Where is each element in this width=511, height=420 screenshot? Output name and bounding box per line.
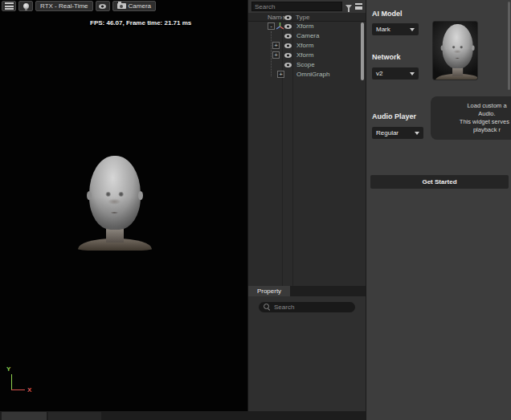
axis-x-label: X xyxy=(27,386,31,393)
lightbulb-icon xyxy=(23,3,29,9)
visibility-eye-icon[interactable] xyxy=(284,53,292,58)
info-tooltip: Load custom a Audio. This widget serves … xyxy=(431,96,511,140)
table-row[interactable]: Scope xyxy=(248,60,361,70)
fps-counter: FPS: 46.07, Frame time: 21.71 ms xyxy=(90,19,191,27)
ai-model-value: Mark xyxy=(376,26,390,33)
table-row[interactable]: - Xform xyxy=(248,22,361,31)
bottom-tab-2[interactable] xyxy=(48,412,101,420)
network-label: Network xyxy=(372,53,401,61)
expand-icon[interactable]: + xyxy=(277,71,284,78)
property-panel xyxy=(248,296,366,411)
model-head xyxy=(89,156,141,230)
visibility-button[interactable] xyxy=(96,1,110,11)
visibility-eye-icon[interactable] xyxy=(284,34,292,39)
filter-icon[interactable] xyxy=(345,5,352,9)
visibility-eye-icon[interactable] xyxy=(284,43,292,48)
visibility-eye-icon[interactable] xyxy=(284,24,292,29)
stage-options-icon[interactable] xyxy=(355,3,362,10)
ai-model-label: AI Model xyxy=(372,10,403,18)
chevron-down-icon xyxy=(410,72,415,75)
eye-icon xyxy=(99,4,106,9)
audio2face-panel: AI Model Mark Network v2 Audio Player Re… xyxy=(366,0,511,420)
panel-scrollbar[interactable] xyxy=(508,2,510,90)
render-mode-button[interactable]: RTX - Real-Time xyxy=(35,1,93,11)
network-dropdown[interactable]: v2 xyxy=(372,67,419,80)
stage-search-bar xyxy=(248,0,366,13)
column-header-type[interactable]: Type xyxy=(296,14,309,21)
viewport-toolbar: RTX - Real-Time Camera xyxy=(0,0,156,12)
app-window: RTX - Real-Time Camera FPS: 46.07, Frame… xyxy=(0,0,511,420)
camera-button-label: Camera xyxy=(129,2,151,10)
audio-player-value: Regular xyxy=(376,129,399,137)
axis-x-line xyxy=(11,389,25,390)
prim-type-label: Xform xyxy=(296,42,313,49)
prim-type-label: OmniGraph xyxy=(296,71,329,78)
xform-icon xyxy=(276,22,284,30)
table-row[interactable]: + OmniGraph xyxy=(248,70,361,80)
network-value: v2 xyxy=(376,70,382,77)
axis-y-label: Y xyxy=(6,365,10,373)
chevron-down-icon xyxy=(410,28,415,31)
property-search-field[interactable] xyxy=(259,302,355,312)
prim-type-label: Xform xyxy=(296,22,313,30)
audio-player-dropdown[interactable]: Regular xyxy=(372,127,423,139)
property-search-input[interactable] xyxy=(274,304,350,311)
ai-model-dropdown[interactable]: Mark xyxy=(372,23,419,35)
3d-viewport[interactable]: RTX - Real-Time Camera FPS: 46.07, Frame… xyxy=(0,0,247,411)
lighting-button[interactable] xyxy=(18,1,33,11)
info-line: playback r xyxy=(435,126,511,134)
model-thumbnail xyxy=(432,21,478,80)
tree-scrollbar[interactable] xyxy=(361,22,364,80)
info-line: Load custom a xyxy=(435,102,511,110)
info-line: This widget serves a xyxy=(435,118,511,126)
axis-gizmo[interactable]: Y X xyxy=(6,365,42,396)
prim-type-label: Scope xyxy=(296,61,315,68)
bottom-tab-bar xyxy=(0,411,366,420)
table-row[interactable]: + Xform xyxy=(248,51,361,60)
thumb-head xyxy=(442,24,472,68)
camera-icon xyxy=(117,3,126,9)
camera-select-button[interactable]: Camera xyxy=(112,1,156,11)
collapse-icon[interactable]: - xyxy=(268,22,275,30)
stage-search-input[interactable] xyxy=(255,3,339,10)
search-icon xyxy=(264,304,271,311)
bottom-tab-1[interactable] xyxy=(2,412,47,420)
prim-type-label: Xform xyxy=(296,51,313,59)
visibility-eye-icon[interactable] xyxy=(284,63,292,67)
viewport-menu-button[interactable] xyxy=(2,1,16,11)
expand-icon[interactable]: + xyxy=(272,42,280,49)
visibility-column-eye-icon[interactable] xyxy=(284,15,292,20)
property-tab-strip: Property xyxy=(248,286,366,296)
expand-icon[interactable]: + xyxy=(272,51,280,59)
stage-search-field[interactable] xyxy=(251,2,342,11)
3d-head-model[interactable] xyxy=(78,156,152,251)
table-row[interactable]: Camera xyxy=(248,31,361,41)
get-started-button[interactable]: Get Started xyxy=(370,175,509,189)
audio-player-label: Audio Player xyxy=(372,112,416,120)
hamburger-icon xyxy=(5,2,14,10)
tab-property[interactable]: Property xyxy=(248,286,290,296)
render-mode-label: RTX - Real-Time xyxy=(40,2,88,10)
stage-tree-header: Name Type xyxy=(248,13,366,22)
info-line: Audio. xyxy=(435,110,511,118)
table-row[interactable]: + Xform xyxy=(248,41,361,51)
axis-y-line xyxy=(11,374,12,389)
chevron-down-icon xyxy=(415,132,419,135)
stage-panel: Name Type - Xform Camera + Xform xyxy=(247,0,365,411)
prim-type-label: Camera xyxy=(296,32,319,39)
